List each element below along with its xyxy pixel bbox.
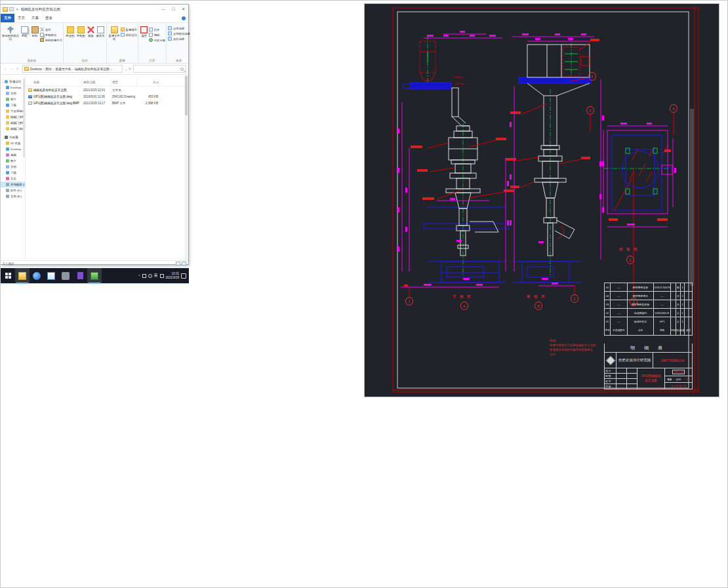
delete-button[interactable]: 删除 xyxy=(87,24,96,57)
new-item-button[interactable]: 新建项目 xyxy=(121,27,137,32)
history-button[interactable]: 历史记录 xyxy=(149,37,165,43)
taskbar-phone-app[interactable] xyxy=(58,268,73,284)
taskbar-file-explorer[interactable] xyxy=(15,268,30,284)
breadcrumb-item[interactable]: 图纸 xyxy=(45,67,55,71)
file-list-scrollbar[interactable] xyxy=(184,75,188,260)
sidebar-item[interactable]: 七里塘现场文件 xyxy=(1,108,25,114)
signature-row: 制 图 xyxy=(605,374,637,379)
taskbar-media-app[interactable] xyxy=(73,268,87,284)
sidebar-item[interactable]: 音乐 xyxy=(1,176,25,182)
properties-button[interactable]: 属性 xyxy=(140,24,149,57)
sidebar-item[interactable]: 下载 xyxy=(1,102,25,108)
ime-indicator[interactable]: 英 xyxy=(154,273,158,279)
sidebar-item[interactable]: 下载 xyxy=(1,170,25,176)
start-button[interactable] xyxy=(1,268,15,284)
sidebar-item[interactable]: 文档 xyxy=(1,164,25,170)
new-item-icon xyxy=(121,28,125,31)
details-view-icon[interactable] xyxy=(176,262,180,265)
breadcrumb-item[interactable]: 新建文件夹 xyxy=(55,67,75,71)
sidebar-item[interactable]: Desktop xyxy=(1,85,25,90)
column-name[interactable]: 名称 xyxy=(26,79,82,86)
back-icon[interactable]: ← xyxy=(3,67,9,71)
sidebar-item[interactable]: 磁阀门现场图片 xyxy=(1,126,25,132)
search-icon xyxy=(180,68,184,71)
search-input[interactable] xyxy=(133,65,186,73)
sidebar-item[interactable]: 本地磁盘 (C:) xyxy=(1,182,25,187)
sidebar-item[interactable]: Desktop xyxy=(1,146,25,152)
diamond-logo-icon xyxy=(605,355,615,364)
edit-button[interactable]: 编辑 xyxy=(149,32,165,37)
paste-shortcut-button[interactable]: 粘贴快捷方式 xyxy=(40,37,62,43)
sidebar-item[interactable]: 软件 (D:) xyxy=(1,187,25,193)
address-dropdown-icon[interactable]: ⌄ xyxy=(125,67,127,71)
copy-path-button[interactable]: 复制路径 xyxy=(40,32,62,37)
paste-button[interactable]: 粘贴 xyxy=(30,24,40,57)
forward-icon[interactable]: → xyxy=(9,67,14,71)
tab-home[interactable]: 主页 xyxy=(14,14,28,22)
sidebar-item[interactable]: 磁阀门图纸 xyxy=(1,120,25,126)
scissors-icon xyxy=(40,28,44,31)
maximize-button[interactable]: ☐ xyxy=(169,5,178,14)
open-button[interactable]: 打开 xyxy=(149,27,165,32)
file-row[interactable]: 磁阀机及给料机安装总图 2021/3/29 12:01 文件夹 xyxy=(26,87,188,93)
file-row[interactable]: GP1(图)磁阀机安装总图.dwg 2016/6/30 11:06 ZWCAD … xyxy=(26,93,188,100)
breadcrumb-item[interactable]: Desktop xyxy=(30,68,45,71)
tab-share[interactable]: 共享 xyxy=(28,14,42,22)
institute-name: 合肥水泥设计研究院 xyxy=(617,353,653,368)
taskbar-cad-viewer[interactable] xyxy=(87,268,102,284)
viewer-scrollbar[interactable] xyxy=(690,109,694,286)
sidebar-item[interactable]: 视频 xyxy=(1,152,25,158)
cut-button[interactable]: 剪切 xyxy=(40,27,62,32)
copy-button[interactable]: 复制 xyxy=(19,24,30,57)
help-icon[interactable] xyxy=(182,16,186,20)
new-folder-button[interactable]: 新建文件夹 xyxy=(108,24,121,57)
folder-icon xyxy=(6,92,9,95)
sidebar-item[interactable]: 3D 对象 xyxy=(1,140,25,146)
pin-to-quick-access-button[interactable]: 固定到快速访问 xyxy=(2,24,19,57)
title-bar[interactable]: ▾ 磁阀机及给料机安装总图 — ☐ ✕ xyxy=(1,5,188,14)
ribbon-tabs: 文件 主页 共享 查看 xyxy=(1,14,188,23)
tab-view[interactable]: 查看 xyxy=(42,14,56,22)
select-none-button[interactable]: 全部取消选择 xyxy=(168,31,190,36)
invert-selection-button[interactable]: 反向选择 xyxy=(168,36,190,41)
copy-to-button[interactable]: 复制到 xyxy=(75,24,86,57)
taskbar-clock[interactable]: 13:31 2021/3/29 xyxy=(166,272,179,279)
sidebar-quick-access[interactable]: ⌄ 快速访问 xyxy=(1,79,25,85)
file-list: 名称 修改日期 类型 大小 磁阀机及给料机安装总图 2021/3/29 12:0… xyxy=(26,75,188,260)
sidebar-item[interactable]: 磁阀门资料 xyxy=(1,114,25,120)
keyboard-icon[interactable] xyxy=(160,274,164,278)
column-type[interactable]: 类型 xyxy=(111,79,137,86)
quick-access-dropdown-icon[interactable]: ▾ xyxy=(16,7,18,11)
easy-access-button[interactable]: 轻松访问 xyxy=(121,32,137,37)
taskbar-browser[interactable] xyxy=(30,268,44,284)
breadcrumb-item[interactable]: 磁阀机及给料机安装总图 xyxy=(75,67,113,71)
quick-access-toolbar-icon[interactable] xyxy=(9,7,14,11)
tab-file[interactable]: 文件 xyxy=(1,14,14,22)
close-button[interactable]: ✕ xyxy=(178,5,188,14)
column-date[interactable]: 修改日期 xyxy=(82,79,111,86)
move-to-button[interactable]: 移动到 xyxy=(65,24,75,57)
tray-display-icon[interactable] xyxy=(142,274,146,278)
minimize-button[interactable]: — xyxy=(159,5,169,14)
up-icon[interactable]: ↑ xyxy=(14,67,20,71)
folder-window-icon xyxy=(3,7,8,12)
sidebar-scrollbar[interactable] xyxy=(23,79,25,157)
title-block: 合肥水泥设计研究院 GMT7X5061-04 设 计 制 图 xyxy=(604,353,693,389)
rename-button[interactable]: 重命名 xyxy=(95,24,106,57)
sidebar-item[interactable]: 图片 xyxy=(1,96,25,102)
thumbnail-view-icon[interactable] xyxy=(182,262,186,265)
refresh-icon[interactable]: ↻ xyxy=(129,67,131,71)
sidebar-item[interactable]: 文档 (E:) xyxy=(1,193,25,199)
taskbar-document-app[interactable] xyxy=(44,268,58,284)
tray-expand-icon[interactable]: ^ xyxy=(138,274,140,278)
explorer-icon xyxy=(18,272,26,280)
sidebar-item[interactable]: 文档 xyxy=(1,90,25,96)
action-center-icon[interactable] xyxy=(181,273,186,279)
select-all-button[interactable]: 全部选择 xyxy=(168,26,190,31)
column-size[interactable]: 大小 xyxy=(137,79,159,86)
breadcrumb[interactable]: Desktop图纸新建文件夹磁阀机及给料机安装总图 xyxy=(22,65,123,73)
volume-icon[interactable] xyxy=(148,274,152,278)
sidebar-this-pc[interactable]: ⌄ 此电脑 xyxy=(1,134,25,140)
file-row[interactable]: GP1(图)磁阀机安装总图.dwg.BMP 2021/3/29 13:17 BM… xyxy=(26,100,188,106)
sidebar-item[interactable]: 图片 xyxy=(1,158,25,164)
